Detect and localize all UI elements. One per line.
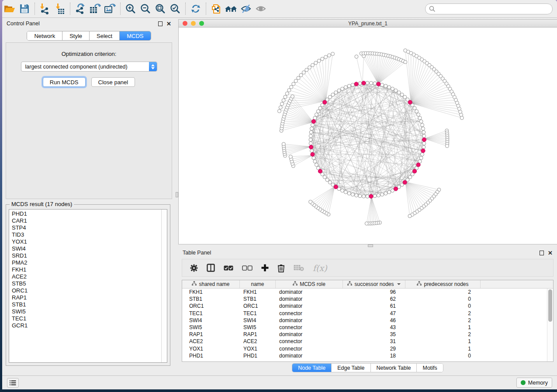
table-cell[interactable]: FKH1 bbox=[240, 289, 276, 295]
table-row[interactable]: ACE2ACE2connector311 bbox=[182, 338, 547, 345]
table-cell[interactable]: TEC1 bbox=[240, 310, 276, 316]
table-cell[interactable]: dominator bbox=[276, 303, 343, 309]
export-image-icon[interactable] bbox=[103, 1, 118, 16]
table-row[interactable]: RAP1RAP1dominator352 bbox=[182, 331, 547, 338]
tab-network[interactable]: Network bbox=[27, 31, 62, 40]
mcds-result-item[interactable]: ACE2 bbox=[12, 273, 161, 280]
table-cell[interactable]: 2 bbox=[405, 310, 481, 316]
mcds-result-item[interactable]: PHD1 bbox=[12, 210, 161, 217]
search-input[interactable] bbox=[438, 6, 549, 12]
table-row[interactable]: PHD1PHD1dominator180 bbox=[182, 352, 547, 359]
table-cell[interactable]: YOX1 bbox=[182, 346, 240, 352]
column-header-shared-name[interactable]: shared name bbox=[182, 280, 240, 288]
table-cell[interactable]: ACE2 bbox=[240, 338, 276, 344]
tab-edge-table[interactable]: Edge Table bbox=[332, 364, 370, 372]
optimization-criterion-select[interactable]: largest connected component (undirected) bbox=[21, 62, 157, 72]
table-cell[interactable]: 61 bbox=[343, 303, 405, 309]
table-cell[interactable]: 2 bbox=[405, 289, 481, 295]
table-cell[interactable]: dominator bbox=[276, 317, 343, 323]
select-all-icon[interactable] bbox=[224, 265, 233, 271]
export-network-icon[interactable] bbox=[73, 1, 88, 16]
memory-button[interactable]: Memory bbox=[516, 378, 552, 388]
table-cell[interactable]: ORC1 bbox=[240, 303, 276, 309]
table-cell[interactable]: dominator bbox=[276, 289, 343, 295]
mcds-result-item[interactable]: TID3 bbox=[12, 231, 161, 238]
table-cell[interactable]: connector bbox=[276, 310, 343, 316]
table-cell[interactable]: 1 bbox=[405, 346, 481, 352]
deselect-all-icon[interactable] bbox=[242, 265, 253, 271]
open-file-icon[interactable] bbox=[2, 1, 17, 16]
mcds-result-item[interactable]: STP4 bbox=[12, 224, 161, 231]
table-row[interactable]: TEC1TEC1connector472 bbox=[182, 310, 547, 317]
table-row[interactable]: YOX1YOX1connector291 bbox=[182, 345, 547, 352]
table-cell[interactable]: 43 bbox=[343, 324, 405, 330]
table-cell[interactable]: 31 bbox=[343, 338, 405, 344]
tab-motifs[interactable]: Motifs bbox=[417, 364, 443, 372]
network-canvas[interactable] bbox=[179, 28, 557, 244]
save-session-icon[interactable] bbox=[17, 1, 32, 16]
network-graph[interactable] bbox=[179, 28, 557, 244]
tab-mcds[interactable]: MCDS bbox=[120, 31, 150, 40]
import-network-icon[interactable] bbox=[38, 1, 52, 16]
hide-details-icon[interactable] bbox=[239, 1, 253, 16]
table-options-icon[interactable] bbox=[190, 264, 198, 272]
table-cell[interactable]: SWI4 bbox=[182, 317, 240, 323]
mcds-result-item[interactable]: SRD1 bbox=[12, 252, 161, 259]
table-cell[interactable]: ACE2 bbox=[182, 338, 240, 344]
table-cell[interactable]: SWI5 bbox=[240, 324, 276, 330]
table-row[interactable]: SWI4SWI4dominator462 bbox=[182, 317, 547, 324]
network-from-file-icon[interactable] bbox=[209, 1, 224, 16]
export-table-icon[interactable] bbox=[88, 1, 103, 16]
table-cell[interactable]: RAP1 bbox=[182, 331, 240, 337]
close-table-panel-icon[interactable]: ✕ bbox=[548, 251, 553, 255]
table-cell[interactable]: STB1 bbox=[182, 296, 240, 302]
close-panel-icon[interactable]: ✕ bbox=[166, 21, 171, 26]
import-table-icon[interactable] bbox=[52, 1, 67, 16]
zoom-selected-icon[interactable] bbox=[168, 1, 183, 16]
table-scrollbar-thumb[interactable] bbox=[548, 289, 552, 322]
table-cell[interactable]: ORC1 bbox=[182, 303, 240, 309]
mcds-result-item[interactable]: GCR1 bbox=[12, 322, 161, 329]
show-details-icon[interactable] bbox=[253, 1, 268, 16]
mcds-result-item[interactable]: CAR1 bbox=[12, 217, 161, 224]
table-cell[interactable]: 1 bbox=[405, 338, 481, 344]
tab-node-table[interactable]: Node Table bbox=[292, 364, 332, 372]
mcds-result-item[interactable]: FKH1 bbox=[12, 266, 161, 273]
mcds-result-item[interactable]: YOX1 bbox=[12, 238, 161, 245]
run-mcds-button[interactable]: Run MCDS bbox=[43, 77, 86, 87]
apply-layout-icon[interactable] bbox=[224, 1, 239, 16]
table-row[interactable]: ORC1ORC1dominator610 bbox=[182, 303, 547, 309]
search-box[interactable] bbox=[425, 3, 553, 14]
table-cell[interactable]: 0 bbox=[405, 303, 481, 309]
table-cell[interactable]: 0 bbox=[405, 296, 481, 302]
table-cell[interactable]: connector bbox=[276, 346, 343, 352]
delete-column-icon[interactable] bbox=[277, 264, 285, 272]
fit-content-icon[interactable] bbox=[153, 1, 168, 16]
mcds-result-item[interactable]: SWI4 bbox=[12, 245, 161, 252]
table-cell[interactable]: dominator bbox=[276, 331, 343, 337]
table-cell[interactable]: 1 bbox=[405, 324, 481, 330]
column-header-name[interactable]: name bbox=[240, 280, 276, 288]
table-cell[interactable]: 47 bbox=[343, 310, 405, 316]
table-cell[interactable]: 35 bbox=[343, 331, 405, 337]
table-cell[interactable]: SWI4 bbox=[240, 317, 276, 323]
mcds-result-list[interactable]: PHD1CAR1STP4TID3YOX1SWI4SRD1PMA2FKH1ACE2… bbox=[9, 209, 167, 363]
mcds-result-item[interactable]: RAP1 bbox=[12, 294, 161, 301]
table-cell[interactable]: FKH1 bbox=[182, 289, 240, 295]
table-cell[interactable]: 62 bbox=[343, 296, 405, 302]
mcds-result-item[interactable]: ORC1 bbox=[12, 287, 161, 294]
mcds-result-item[interactable]: PMA2 bbox=[12, 259, 161, 266]
add-column-icon[interactable] bbox=[261, 264, 269, 272]
table-scrollbar[interactable] bbox=[547, 289, 553, 361]
table-cell[interactable]: 96 bbox=[343, 289, 405, 295]
table-cell[interactable]: connector bbox=[276, 324, 343, 330]
refresh-icon[interactable] bbox=[188, 1, 203, 16]
tab-style[interactable]: Style bbox=[62, 31, 90, 40]
table-row[interactable]: FKH1FKH1dominator962 bbox=[182, 289, 547, 296]
table-cell[interactable]: YOX1 bbox=[240, 346, 276, 352]
mcds-result-item[interactable]: TEC1 bbox=[12, 315, 161, 322]
table-cell[interactable]: TEC1 bbox=[182, 310, 240, 316]
mcds-list-scrollbar[interactable] bbox=[161, 210, 167, 362]
table-cell[interactable]: 0 bbox=[405, 353, 481, 359]
table-cell[interactable]: 29 bbox=[343, 346, 405, 352]
